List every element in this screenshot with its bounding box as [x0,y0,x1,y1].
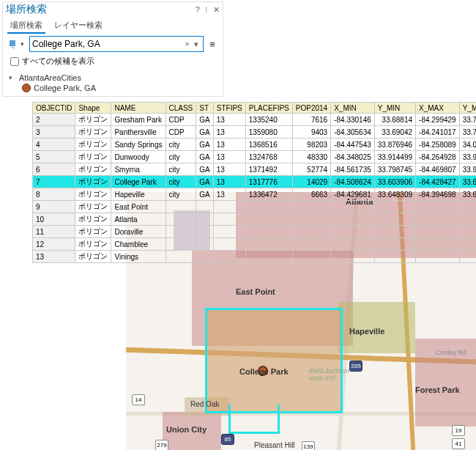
table-cell[interactable]: -84.508624 [331,176,375,188]
table-cell[interactable]: 13 [213,139,245,151]
table-cell[interactable]: 13 [213,126,245,139]
table-cell[interactable] [196,238,213,251]
col-class[interactable]: CLASS [166,103,196,114]
table-cell[interactable]: 13 [213,114,245,126]
table-cell[interactable]: 13 [213,188,245,201]
table-cell[interactable]: 33.716479 [459,126,476,139]
table-cell[interactable]: ポリゴン [75,151,111,163]
table-cell[interactable]: -84.429681 [331,188,375,201]
table-cell[interactable] [292,238,330,251]
table-cell[interactable]: GA [196,188,213,201]
table-cell[interactable]: GA [196,126,213,139]
table-cell[interactable]: -84.264928 [416,151,460,163]
table-cell[interactable] [196,213,213,226]
table-cell[interactable]: -84.561735 [331,163,375,176]
table-cell[interactable]: 3 [33,126,75,139]
table-cell[interactable] [459,251,476,263]
table-cell[interactable] [292,201,330,213]
table-cell[interactable] [459,238,476,251]
table-cell[interactable] [166,201,196,213]
table-cell[interactable] [292,226,330,238]
table-cell[interactable]: ポリゴン [75,114,111,126]
table-cell[interactable]: 1368516 [245,139,292,151]
table-cell[interactable]: 1359080 [245,126,292,139]
col-stfips[interactable]: STFIPS [213,103,245,114]
table-row[interactable]: 4ポリゴンSandy SpringscityGA13136851698203-8… [33,139,477,151]
table-cell[interactable] [245,213,292,226]
table-cell[interactable] [245,251,292,263]
table-cell[interactable]: Sandy Springs [111,139,166,151]
col-xmax[interactable]: X_MAX [416,103,460,114]
col-pop2014[interactable]: POP2014 [292,103,330,114]
table-cell[interactable] [459,201,476,213]
table-cell[interactable]: Doraville [111,226,166,238]
table-cell[interactable]: Chamblee [111,238,166,251]
table-cell[interactable] [374,201,415,213]
table-cell[interactable]: GA [196,176,213,188]
table-cell[interactable]: 33.904033 [459,163,476,176]
table-cell[interactable] [213,213,245,226]
tab-location-search[interactable]: 場所検索 [7,18,45,34]
table-cell[interactable] [213,251,245,263]
table-cell[interactable]: 33.648309 [374,188,415,201]
table-cell[interactable] [196,251,213,263]
tab-layer-search[interactable]: レイヤー検索 [51,18,105,34]
table-cell[interactable]: ポリゴン [75,238,111,251]
table-cell[interactable] [166,226,196,238]
table-cell[interactable]: ポリゴン [75,213,111,226]
table-cell[interactable]: -84.348025 [331,151,375,163]
table-cell[interactable]: 33.970911 [459,151,476,163]
table-cell[interactable]: 34.010137 [459,139,476,151]
table-cell[interactable]: College Park [111,176,166,188]
table-cell[interactable]: -84.241017 [416,126,460,139]
show-all-checkbox[interactable] [10,57,19,66]
table-cell[interactable] [374,213,415,226]
table-cell[interactable]: 52774 [292,163,330,176]
col-placefips[interactable]: PLACEFIPS [245,103,292,114]
col-shape[interactable]: Shape [75,103,111,114]
table-cell[interactable]: CDP [166,126,196,139]
table-cell[interactable] [331,238,375,251]
col-ymax[interactable]: Y_MAX [459,103,476,114]
table-cell[interactable]: 1336472 [245,188,292,201]
table-cell[interactable]: 11 [33,226,75,238]
table-row[interactable]: 6ポリゴンSmyrnacityGA13137149252774-84.56173… [33,163,477,176]
table-cell[interactable]: 10 [33,213,75,226]
table-row[interactable]: 5ポリゴンDunwoodycityGA13132476848330-84.348… [33,151,477,163]
table-cell[interactable]: ポリゴン [75,226,111,238]
col-ymin[interactable]: Y_MIN [374,103,415,114]
close-icon[interactable]: ✕ [213,5,220,14]
table-cell[interactable]: -84.428427 [416,176,460,188]
table-cell[interactable] [292,251,330,263]
table-cell[interactable]: 13 [213,151,245,163]
table-cell[interactable]: 1371492 [245,163,292,176]
table-cell[interactable] [213,201,245,213]
table-cell[interactable] [245,226,292,238]
table-row[interactable]: 13ポリゴンVinings [33,251,477,263]
table-row[interactable]: 10ポリゴンAtlanta [33,213,477,226]
table-cell[interactable]: ポリゴン [75,163,111,176]
table-cell[interactable]: 33.68814 [374,114,415,126]
table-cell[interactable]: 6663 [292,188,330,201]
table-cell[interactable]: 33.69042 [374,126,415,139]
table-row[interactable]: 7ポリゴンCollege ParkcityGA13131777614029-84… [33,176,477,188]
table-row[interactable]: 3ポリゴンPanthersvilleCDPGA1313590809403-84.… [33,126,477,139]
table-cell[interactable] [292,213,330,226]
table-cell[interactable] [213,226,245,238]
locator-icon[interactable] [7,38,19,50]
col-name[interactable]: NAME [111,103,166,114]
table-cell[interactable] [245,238,292,251]
table-cell[interactable]: city [166,188,196,201]
table-cell[interactable]: Dunwoody [111,151,166,163]
table-cell[interactable]: GA [196,163,213,176]
table-cell[interactable] [331,213,375,226]
table-cell[interactable]: 7 [33,176,75,188]
locator-dropdown-icon[interactable]: ▾ [21,38,26,50]
table-cell[interactable] [166,213,196,226]
table-cell[interactable]: 7616 [292,114,330,126]
table-cell[interactable]: city [166,151,196,163]
table-cell[interactable]: ポリゴン [75,176,111,188]
table-row[interactable]: 11ポリゴンDoraville [33,226,477,238]
table-cell[interactable] [374,251,415,263]
col-xmin[interactable]: X_MIN [331,103,375,114]
